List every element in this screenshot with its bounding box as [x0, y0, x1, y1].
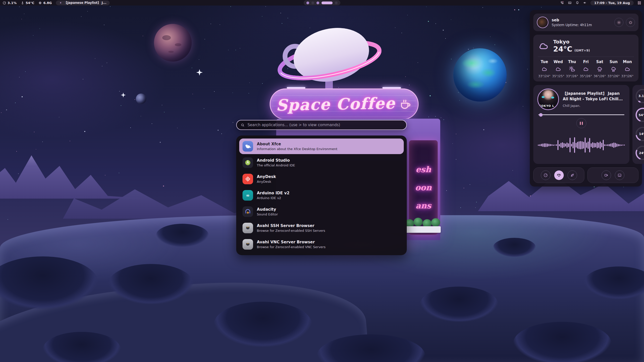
sun-cloud-icon — [569, 66, 575, 72]
gauge-icon — [3, 1, 6, 5]
workspace-dot-2[interactable] — [311, 2, 314, 4]
apps-grid-icon[interactable] — [637, 1, 641, 5]
small-moon-icon — [136, 94, 146, 104]
weather-timezone: (GMT+9) — [574, 49, 590, 52]
power-icon — [628, 20, 633, 25]
app-description: Sound Editor — [257, 212, 278, 216]
now-playing-text: 【Japanese Playlist】 J... — [64, 1, 106, 5]
chip-icon — [38, 1, 42, 5]
volume-icon[interactable] — [583, 1, 587, 5]
gauge-chip: 14% — [635, 126, 644, 142]
app-description: AnyDesk — [257, 180, 276, 184]
weather-forecast: Tue33°/24°Wed35°/25°Thu33°/26°Fri35°/26°… — [538, 60, 634, 78]
forecast-day-label: Thu — [568, 60, 576, 64]
power-profile-scales-button[interactable] — [554, 170, 564, 180]
seek-bar[interactable] — [538, 114, 624, 115]
svg-text:∞: ∞ — [246, 193, 250, 198]
cloud-icon — [624, 66, 631, 72]
weather-temperature: 24°C — [553, 45, 572, 53]
storm-rain-icon — [610, 66, 617, 72]
audio-visualizer — [537, 128, 625, 161]
app-description: Information about the Xfce Desktop Envir… — [257, 147, 337, 151]
workspace-dot-1[interactable] — [306, 2, 309, 4]
gauge-value: 54°C — [635, 107, 644, 123]
forecast-temps: 33°/24° — [538, 74, 551, 78]
window-neon-text: ans — [416, 201, 431, 210]
workspace-dot-5[interactable] — [335, 2, 338, 4]
stat-thermometer: 54°C — [21, 1, 34, 5]
forecast-day-label: Sat — [596, 60, 603, 64]
stat-value: 6.8G — [43, 1, 52, 5]
search-icon — [240, 123, 245, 127]
planet-icon — [154, 24, 192, 62]
settings-button[interactable] — [614, 18, 623, 27]
earth-icon — [453, 48, 507, 102]
app-list-item[interactable]: ∞Arduino IDE v2Arduino IDE v2 — [239, 188, 404, 203]
network-port-icon — [243, 239, 253, 250]
gauge-value: 3.1% — [635, 88, 644, 104]
xfce-mouse-icon — [243, 141, 253, 152]
system-gauges: 3.1%54°C14%24% — [632, 85, 644, 164]
app-list-item[interactable]: Avahi VNC Server BrowserBrowse for Zeroc… — [239, 237, 404, 252]
media-player-card: TOKYO L 【Japanese Playlist】 Japan All Ni… — [533, 85, 629, 164]
weather-card: Tokyo 24°C (GMT+9) Tue33°/24°Wed35°/25°T… — [533, 35, 638, 81]
app-list-item[interactable]: Avahi SSH Server BrowserBrowse for Zeroc… — [239, 220, 404, 236]
top-bar: 3.1%54°C6.8G【Japanese Playlist】 J... 17:… — [0, 0, 644, 6]
track-title: 【Japanese Playlist】 Japan All Night - To… — [563, 91, 625, 102]
desktop: Space Coffee eshoonans — [0, 0, 644, 362]
coffee-cup-sculpture — [275, 18, 384, 94]
seek-handle[interactable] — [539, 113, 543, 117]
plant — [414, 218, 423, 226]
anydesk-icon — [243, 174, 253, 184]
forecast-day-label: Mon — [623, 60, 632, 64]
power-button[interactable] — [626, 18, 635, 27]
clock[interactable]: 17:09 - Tue, 19 Aug — [590, 1, 634, 5]
app-description: Arduino IDE v2 — [257, 196, 290, 200]
app-name: AnyDesk — [257, 174, 276, 179]
pause-button[interactable] — [576, 118, 586, 128]
app-name: Arduino IDE v2 — [257, 191, 290, 195]
cloud-icon — [555, 66, 561, 72]
network-port-icon — [243, 223, 253, 233]
stat-gauge: 3.1% — [3, 1, 17, 5]
app-name: Android Studio — [257, 158, 295, 163]
forecast-day: Wed35°/25° — [552, 60, 565, 78]
phone-icon[interactable] — [560, 1, 564, 5]
user-card: seb System Uptime: 4h11m — [533, 14, 638, 31]
workspace-switcher[interactable] — [304, 0, 340, 5]
coffee-cup-icon — [398, 97, 412, 111]
forecast-day: Thu33°/26° — [566, 60, 579, 78]
forecast-day-label: Tue — [541, 60, 548, 64]
app-list-item[interactable]: AnyDeskAnyDesk — [239, 171, 404, 187]
wallpaper-icon[interactable] — [568, 1, 572, 5]
workspace-dot-3[interactable] — [316, 2, 319, 4]
power-profile-leaf-button[interactable] — [568, 170, 577, 180]
camera-button[interactable] — [601, 170, 611, 180]
planter-box — [406, 226, 441, 233]
now-playing-pill[interactable]: 【Japanese Playlist】 J... — [56, 1, 110, 5]
app-list-item[interactable]: AudacitySound Editor — [239, 204, 404, 219]
stat-value: 54°C — [26, 1, 34, 5]
app-list-item[interactable]: About XfceInformation about the Xfce Des… — [239, 139, 404, 154]
android-studio-icon — [243, 157, 253, 168]
screen-record-button[interactable] — [615, 170, 624, 180]
app-name: Audacity — [257, 207, 278, 212]
gauge-disk: 24% — [635, 145, 644, 161]
stat-value: 3.1% — [8, 1, 17, 5]
forecast-temps: 35°/26° — [580, 74, 592, 78]
search-input[interactable] — [248, 123, 403, 127]
system-tray: 17:09 - Tue, 19 Aug — [560, 1, 641, 5]
plant — [431, 218, 440, 227]
power-profile-speedometer-button[interactable] — [541, 170, 550, 180]
bell-icon[interactable] — [575, 1, 579, 5]
power-profile-group — [533, 167, 584, 183]
rain-icon — [596, 66, 603, 72]
forecast-day: Sun33°/26° — [607, 60, 620, 78]
app-description: The official Android IDE — [257, 163, 295, 167]
app-name: Avahi VNC Server Browser — [257, 240, 326, 244]
workspace-dot-4[interactable] — [321, 2, 333, 4]
search-bar[interactable] — [236, 120, 407, 130]
capture-group — [587, 167, 638, 183]
app-list-item[interactable]: Android StudioThe official Android IDE — [239, 155, 404, 170]
system-uptime: System Uptime: 4h11m — [552, 23, 592, 27]
